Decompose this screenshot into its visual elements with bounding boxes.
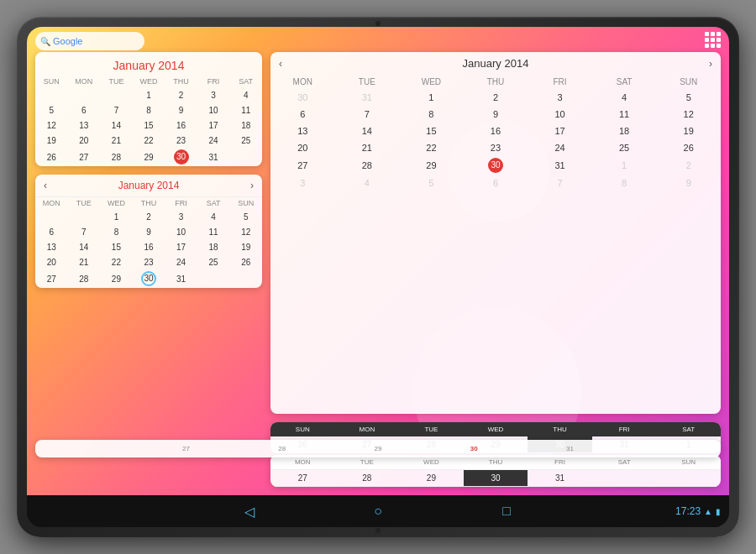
cal-cell[interactable]: 8 [592,175,657,191]
cal-cell[interactable]: 7 [335,106,400,123]
cal-cell[interactable]: 2 [165,87,197,102]
cal-cell[interactable]: 30 [464,156,528,175]
cal-cell[interactable]: 17 [528,123,592,139]
cal-cell[interactable]: 21 [100,133,133,148]
cal-cell[interactable]: 5 [656,89,721,106]
cal-cell[interactable]: 28 [335,156,400,175]
week-date[interactable] [656,470,721,486]
cal-cell[interactable] [35,209,68,224]
widget-full-month[interactable]: January 2014 SUN MON TUE WED THU FRI [35,52,262,166]
cal-cell today-cell[interactable]: 30 [165,148,197,166]
cal-cell[interactable]: 18 [592,123,657,139]
cal-cell[interactable]: 6 [270,106,335,123]
cal-cell[interactable]: 15 [100,239,133,254]
cal-cell[interactable]: 9 [656,175,721,191]
cal-cell[interactable]: 11 [229,102,262,118]
cal-cell[interactable]: 6 [35,224,68,239]
cal-cell[interactable]: 6 [68,102,101,118]
cal-cell[interactable]: 31 [528,156,592,175]
cal-cell[interactable]: 13 [68,118,101,133]
cal-cell[interactable]: 26 [35,148,68,166]
prev-month-button-lg[interactable]: ‹ [279,58,282,70]
google-search-bar[interactable]: 🔍 Google [35,32,144,50]
cal-cell[interactable]: 31 [165,269,197,288]
cal-cell[interactable]: 4 [592,89,657,106]
cal-cell[interactable]: 13 [35,239,68,254]
cal-cell[interactable]: 26 [656,139,721,156]
cal-cell[interactable]: 3 [270,175,335,191]
cal-cell[interactable]: 8 [399,106,464,123]
cal-cell[interactable]: 29 [399,156,464,175]
cal-cell[interactable]: 8 [100,224,133,239]
cal-cell[interactable]: 3 [197,87,230,102]
cal-cell[interactable]: 20 [35,254,68,269]
cal-cell[interactable]: 3 [528,89,592,106]
cal-cell[interactable]: 3 [165,209,197,224]
cal-cell[interactable]: 16 [165,118,197,133]
cal-cell[interactable]: 12 [656,106,721,123]
cal-cell[interactable]: 29 [100,269,133,288]
cal-cell[interactable]: 23 [133,254,165,269]
cal-cell[interactable]: 10 [197,102,230,118]
cal-cell[interactable]: 5 [399,175,464,191]
cal-cell[interactable]: 21 [335,139,400,156]
cal-cell[interactable]: 7 [100,102,133,118]
cal-cell[interactable]: 16 [133,239,165,254]
cal-cell[interactable]: 11 [197,224,230,239]
cal-cell[interactable] [229,148,262,166]
cal-cell[interactable]: 22 [100,254,133,269]
widget-bottom-strip[interactable]: 27 28 29 30 31 [35,440,721,457]
next-month-button[interactable]: › [250,180,254,191]
week-date[interactable]: 29 [399,470,464,486]
cal-cell[interactable]: 19 [656,123,721,139]
cal-cell[interactable]: 31 [335,89,400,106]
week-date-today[interactable]: 30 [464,470,528,486]
cal-cell other-month[interactable]: 25 [229,133,262,148]
cal-cell[interactable]: 17 [197,118,230,133]
cal-cell[interactable]: 7 [528,175,592,191]
cal-cell[interactable]: 7 [68,224,101,239]
cal-cell[interactable]: 17 [165,239,197,254]
cal-cell[interactable] [100,87,133,102]
cal-cell[interactable]: 28 [68,269,101,288]
week-date[interactable]: 31 [528,470,592,486]
cal-cell[interactable]: 18 [197,239,230,254]
cal-cell[interactable]: 25 [592,139,657,156]
cal-cell[interactable]: 1 [100,209,133,224]
cal-cell[interactable]: 19 [35,133,68,148]
cal-cell[interactable]: 9 [165,102,197,118]
cal-cell[interactable]: 28 [100,148,133,166]
cal-cell[interactable]: 23 [464,139,528,156]
cal-cell[interactable]: 20 [270,139,335,156]
cal-cell[interactable]: 27 [68,148,101,166]
cal-cell[interactable]: 2 [656,156,721,175]
cal-cell[interactable]: 21 [68,254,101,269]
cal-cell[interactable]: 22 [133,133,165,148]
cal-cell[interactable]: 24 [165,254,197,269]
cal-cell[interactable]: 26 [229,254,262,269]
cal-cell[interactable]: 5 [229,209,262,224]
cal-cell[interactable]: 4 [197,209,230,224]
cal-cell[interactable]: 30 [270,89,335,106]
cal-cell[interactable]: 14 [335,123,400,139]
cal-cell[interactable] [229,269,262,288]
cal-cell[interactable]: 19 [229,239,262,254]
cal-cell[interactable]: 31 [197,148,230,166]
cal-cell[interactable]: 4 [335,175,400,191]
cal-cell[interactable]: 18 [229,118,262,133]
cal-cell today-cell[interactable]: 30 [133,269,165,288]
week-date[interactable] [592,470,657,486]
cal-cell[interactable]: 1 [592,156,657,175]
cal-cell[interactable]: 14 [68,239,101,254]
cal-cell[interactable] [68,209,101,224]
cal-cell[interactable]: 13 [270,123,335,139]
cal-cell[interactable] [35,87,68,102]
cal-cell[interactable]: 1 [399,89,464,106]
week-date[interactable]: 28 [335,470,400,486]
cal-cell[interactable]: 11 [592,106,657,123]
cal-cell[interactable]: 6 [464,175,528,191]
cal-cell[interactable]: 2 [464,89,528,106]
cal-cell[interactable]: 12 [35,118,68,133]
next-month-button-lg[interactable]: › [709,58,712,70]
widget-compact-month[interactable]: ‹ January 2014 › MON TUE WED THU [35,175,262,288]
